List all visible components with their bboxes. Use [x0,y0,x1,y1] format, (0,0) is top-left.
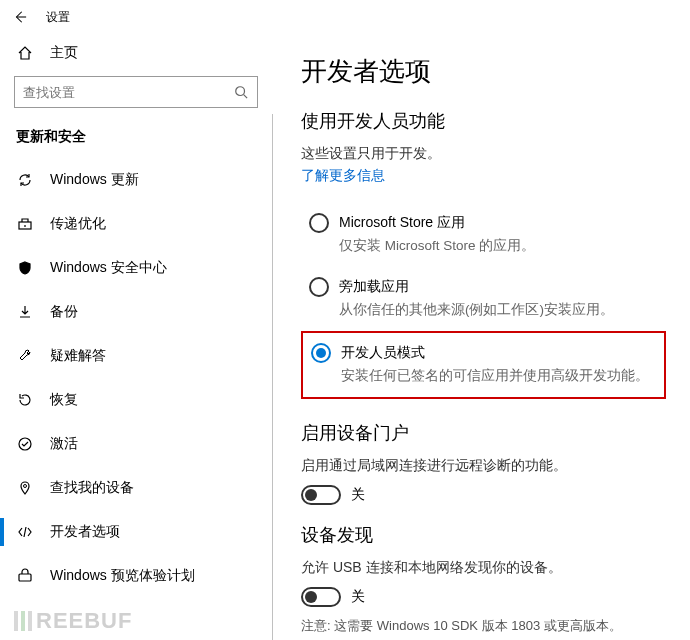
insider-icon [16,567,34,585]
sidebar: 主页 更新和安全 Windows 更新 传递优化 Windows 安全 [0,34,272,640]
sidebar-item-backup[interactable]: 备份 [0,290,272,334]
radio-icon [309,213,329,233]
device-discovery-toggle[interactable] [301,587,341,607]
nav-label: 恢复 [50,391,78,409]
device-discovery-heading: 设备发现 [301,523,666,547]
nav-list: Windows 更新 传递优化 Windows 安全中心 备份 疑难解答 恢复 [0,158,272,598]
radio-option-sideload[interactable]: 旁加载应用 从你信任的其他来源(例如工作区)安装应用。 [301,267,666,331]
sidebar-section-header: 更新和安全 [0,122,272,158]
device-portal-heading: 启用设备门户 [301,421,666,445]
search-input[interactable] [15,85,225,100]
nav-label: 传递优化 [50,215,106,233]
content-area: 开发者选项 使用开发人员功能 这些设置只用于开发。 了解更多信息 Microso… [273,34,690,640]
radio-label: 开发人员模式 [341,344,425,362]
toggle-label: 关 [351,486,365,504]
sidebar-item-delivery-optimization[interactable]: 传递优化 [0,202,272,246]
dev-mode-radio-group: Microsoft Store 应用 仅安装 Microsoft Store 的… [301,203,666,399]
watermark-text: REEBUF [36,608,132,634]
svg-point-2 [19,438,31,450]
nav-label: 疑难解答 [50,347,106,365]
use-dev-desc: 这些设置只用于开发。 [301,145,666,163]
search-icon[interactable] [225,85,257,99]
sidebar-item-find-my-device[interactable]: 查找我的设备 [0,466,272,510]
device-portal-text: 启用通过局域网连接进行远程诊断的功能。 [301,457,666,475]
sidebar-item-windows-security[interactable]: Windows 安全中心 [0,246,272,290]
radio-label: Microsoft Store 应用 [339,214,465,232]
search-input-container[interactable] [14,76,258,108]
learn-more-link[interactable]: 了解更多信息 [301,167,385,185]
backup-icon [16,303,34,321]
sync-icon [16,171,34,189]
recovery-icon [16,391,34,409]
radio-desc: 安装任何已签名的可信应用并使用高级开发功能。 [341,367,652,385]
svg-point-0 [236,87,245,96]
svg-rect-4 [19,574,31,581]
page-title: 开发者选项 [301,54,666,89]
location-icon [16,479,34,497]
radio-label: 旁加载应用 [339,278,409,296]
home-label: 主页 [50,44,78,62]
radio-option-store[interactable]: Microsoft Store 应用 仅安装 Microsoft Store 的… [301,203,666,267]
radio-option-developer-mode[interactable]: 开发人员模式 安装任何已签名的可信应用并使用高级开发功能。 [301,331,666,399]
nav-label: 备份 [50,303,78,321]
svg-point-3 [24,485,27,488]
nav-label: Windows 安全中心 [50,259,167,277]
nav-label: Windows 更新 [50,171,139,189]
sidebar-item-activation[interactable]: 激活 [0,422,272,466]
sidebar-item-recovery[interactable]: 恢复 [0,378,272,422]
sidebar-item-troubleshoot[interactable]: 疑难解答 [0,334,272,378]
watermark: REEBUF [14,608,132,634]
radio-desc: 从你信任的其他来源(例如工作区)安装应用。 [339,301,654,319]
sidebar-item-windows-update[interactable]: Windows 更新 [0,158,272,202]
device-discovery-note: 注意: 这需要 Windows 10 SDK 版本 1803 或更高版本。 [301,617,666,635]
nav-label: 查找我的设备 [50,479,134,497]
radio-icon-checked [311,343,331,363]
wrench-icon [16,347,34,365]
nav-label: 开发者选项 [50,523,120,541]
sidebar-item-insider[interactable]: Windows 预览体验计划 [0,554,272,598]
device-discovery-text: 允许 USB 连接和本地网络发现你的设备。 [301,559,666,577]
nav-label: 激活 [50,435,78,453]
home-icon [16,44,34,62]
shield-icon [16,259,34,277]
activation-icon [16,435,34,453]
use-dev-title: 使用开发人员功能 [301,109,666,133]
device-portal-toggle[interactable] [301,485,341,505]
nav-label: Windows 预览体验计划 [50,567,195,585]
window-title: 设置 [46,9,70,26]
radio-desc: 仅安装 Microsoft Store 的应用。 [339,237,654,255]
delivery-icon [16,215,34,233]
back-icon[interactable] [12,9,28,25]
developer-icon [16,523,34,541]
toggle-label: 关 [351,588,365,606]
sidebar-item-developer[interactable]: 开发者选项 [0,510,272,554]
home-nav[interactable]: 主页 [0,34,272,72]
radio-icon [309,277,329,297]
